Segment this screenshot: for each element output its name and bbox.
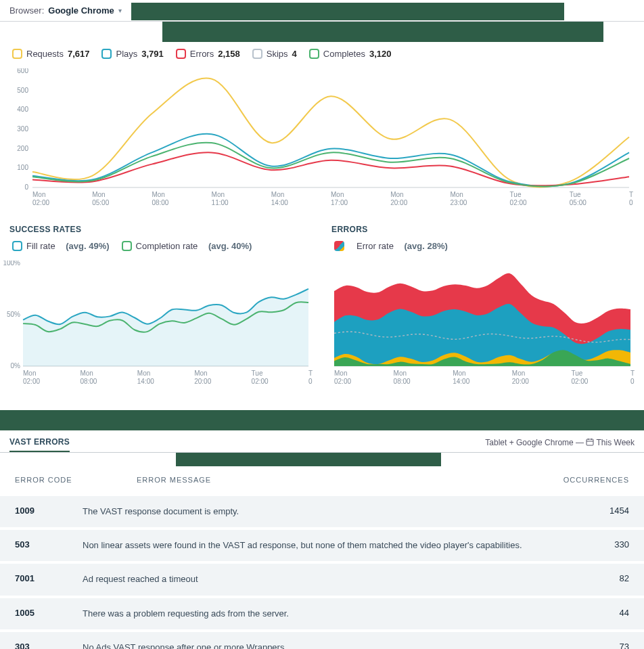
svg-text:300: 300 — [17, 125, 28, 133]
legend-avg: (avg. 49%) — [66, 241, 109, 251]
success-rates-title: SUCCESS RATES — [9, 225, 313, 234]
svg-text:05:00: 05:00 — [92, 199, 109, 206]
legend-chip[interactable] — [176, 49, 186, 59]
col-error-message[interactable]: ERROR MESSAGE — [137, 476, 534, 484]
svg-text:50%: 50% — [7, 311, 20, 318]
svg-text:Tue: Tue — [630, 370, 635, 377]
browser-label: Browser: — [9, 5, 44, 16]
svg-text:02:00: 02:00 — [32, 199, 49, 206]
cell-code: 1005 — [15, 608, 83, 620]
svg-text:100: 100 — [17, 164, 28, 171]
svg-text:08:00: 08:00 — [630, 378, 635, 385]
svg-text:08:00: 08:00 — [80, 378, 97, 385]
col-error-code[interactable]: ERROR CODE — [15, 476, 137, 484]
svg-text:Mon: Mon — [334, 370, 347, 377]
legend-label: Completes — [323, 49, 365, 59]
svg-text:Tue: Tue — [510, 191, 522, 198]
svg-text:0%: 0% — [11, 362, 21, 370]
errors-chart: Mon02:00Mon08:00Mon14:00Mon20:00Tue02:00… — [322, 258, 644, 397]
svg-text:500: 500 — [17, 87, 28, 94]
svg-text:Mon: Mon — [80, 370, 93, 377]
cell-message: Non linear assets were found in the VAST… — [83, 539, 575, 552]
legend-chip[interactable] — [12, 49, 22, 59]
svg-text:20:00: 20:00 — [512, 378, 529, 385]
legend-label: Requests — [26, 49, 64, 59]
svg-text:Mon: Mon — [194, 370, 207, 377]
svg-text:02:00: 02:00 — [334, 378, 351, 385]
svg-text:Mon: Mon — [390, 191, 403, 198]
legend-label: Fill rate — [26, 241, 55, 251]
svg-text:20:00: 20:00 — [194, 378, 211, 385]
svg-text:02:00: 02:00 — [571, 378, 588, 385]
chevron-down-icon[interactable]: ▾ — [118, 7, 122, 14]
svg-text:17:00: 17:00 — [331, 199, 348, 206]
svg-text:08:00: 08:00 — [629, 199, 633, 206]
cell-occurrences: 73 — [575, 642, 629, 649]
svg-text:20:00: 20:00 — [390, 199, 407, 206]
rainbow-icon — [334, 241, 344, 251]
legend-success: Fill rate (avg. 49%)Completion rate (avg… — [0, 238, 322, 258]
table-row[interactable]: 303No Ads VAST response after one or mor… — [0, 629, 644, 649]
browser-value[interactable]: Google Chrome — [48, 5, 114, 16]
svg-text:Mon: Mon — [271, 191, 284, 198]
svg-text:Mon: Mon — [32, 191, 45, 198]
cell-occurrences: 330 — [575, 539, 629, 552]
vast-errors-title: VAST ERRORS — [9, 437, 70, 452]
legend-chip[interactable] — [252, 49, 262, 59]
legend-label: Skips — [267, 49, 288, 59]
error-rate-avg: (avg. 28%) — [405, 241, 448, 251]
cell-code: 503 — [15, 539, 83, 552]
table-row[interactable]: 7001Ad request reached a timeout82 — [0, 561, 644, 595]
svg-text:14:00: 14:00 — [453, 378, 469, 385]
table-row[interactable]: 503Non linear assets were found in the V… — [0, 527, 644, 561]
errors-title: ERRORS — [331, 225, 635, 234]
cell-message: There was a problem requesting ads from … — [83, 608, 575, 620]
svg-text:11:00: 11:00 — [212, 199, 229, 206]
legend-value: 3,791 — [141, 49, 164, 59]
svg-text:Tue: Tue — [308, 370, 313, 377]
svg-text:Mon: Mon — [331, 191, 344, 198]
legend-chip[interactable] — [309, 49, 319, 59]
legend-label: Plays — [116, 49, 137, 59]
legend-value: 4 — [292, 49, 297, 59]
legend-chip[interactable] — [12, 241, 22, 251]
col-occurrences[interactable]: OCCURRENCES — [534, 476, 629, 484]
legend-label: Completion rate — [136, 241, 198, 251]
svg-text:08:00: 08:00 — [394, 378, 411, 385]
table-header: ERROR CODE ERROR MESSAGE OCCURRENCES — [0, 466, 644, 493]
cell-code: 7001 — [15, 573, 83, 585]
legend-avg: (avg. 40%) — [208, 241, 252, 251]
svg-text:Tue: Tue — [571, 370, 582, 377]
svg-text:08:00: 08:00 — [152, 199, 168, 206]
table-row[interactable]: 1009The VAST response document is empty.… — [0, 493, 644, 527]
svg-text:05:00: 05:00 — [570, 199, 586, 206]
cell-occurrences: 44 — [575, 608, 629, 620]
svg-text:02:00: 02:00 — [23, 378, 40, 385]
svg-text:Tue: Tue — [252, 370, 263, 377]
main-chart: 0100200300400500600Mon02:00Mon05:00Mon08… — [0, 66, 644, 218]
svg-text:400: 400 — [17, 106, 28, 113]
filter-bar: Browser: Google Chrome ▾ OS: Any ▾ Devic… — [0, 0, 644, 22]
svg-text:Mon: Mon — [512, 370, 525, 377]
legend-value: 3,120 — [369, 49, 392, 59]
svg-text:Mon: Mon — [137, 370, 150, 377]
svg-rect-59 — [586, 439, 593, 445]
svg-text:08:00: 08:00 — [308, 378, 313, 385]
vast-errors-panel: VAST ERRORS Tablet + Google Chrome — Thi… — [0, 430, 644, 649]
svg-text:23:00: 23:00 — [450, 199, 467, 206]
svg-text:Mon: Mon — [453, 370, 465, 377]
svg-text:Mon: Mon — [394, 370, 407, 377]
cell-code: 1009 — [15, 506, 83, 518]
svg-text:Tue: Tue — [570, 191, 581, 198]
legend-chip[interactable] — [101, 49, 112, 59]
legend-label: Errors — [190, 49, 214, 59]
calendar-icon[interactable] — [586, 438, 594, 448]
svg-text:200: 200 — [17, 145, 28, 152]
vast-context: Tablet + Google Chrome — This Week — [485, 438, 635, 452]
table-row[interactable]: 1005There was a problem requesting ads f… — [0, 596, 644, 629]
legend-chip[interactable] — [122, 241, 132, 251]
svg-text:02:00: 02:00 — [510, 199, 527, 206]
legend-value: 2,158 — [218, 49, 240, 59]
svg-text:Tue: Tue — [629, 191, 633, 198]
svg-text:0: 0 — [24, 183, 28, 191]
